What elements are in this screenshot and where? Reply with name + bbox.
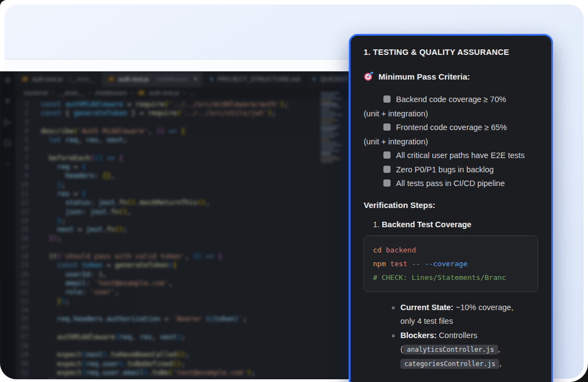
checkbox[interactable]	[383, 123, 391, 131]
code-token: {	[82, 189, 86, 198]
line-number: 3	[15, 118, 29, 127]
code-line: role: 'user',	[41, 288, 289, 296]
activity-bar[interactable]: ≡⌗▷◻◌	[0, 71, 15, 379]
tab-close-icon[interactable]: ×	[194, 75, 197, 83]
code-token: email	[123, 368, 144, 377]
breadcrumb-item[interactable]: __tests__	[58, 89, 85, 96]
code-token: 'should pass with valid token'	[61, 252, 185, 260]
code-token: const	[41, 100, 61, 108]
code-token	[41, 359, 57, 368]
line-number: 7	[15, 154, 29, 162]
code-token	[41, 297, 57, 305]
activity-icon-4[interactable]: ◌	[5, 159, 10, 168]
code-token	[214, 252, 218, 260]
activity-icon-3[interactable]: ◻	[4, 138, 11, 147]
code-token: })	[49, 377, 57, 379]
code-token: backend	[386, 246, 416, 254]
code-token: =	[103, 261, 115, 269]
code-token	[41, 207, 65, 216]
code-token: '../../src/utils/jwt'	[181, 109, 268, 117]
activity-icon-2[interactable]: ▷	[4, 117, 11, 126]
checkbox[interactable]	[383, 179, 391, 187]
minimap-line	[321, 136, 335, 138]
code-token: cd	[373, 246, 382, 254]
code-token: user	[103, 359, 119, 368]
code-line	[41, 144, 289, 153]
code-token: =>	[206, 252, 214, 260]
js-file-icon: JS	[107, 76, 115, 82]
minimap-line	[321, 153, 331, 154]
tab-auth-test-js[interactable]: JSauth.test.js...\middleware×	[101, 71, 203, 87]
code-token: req	[65, 136, 78, 144]
code-token: req	[86, 359, 99, 368]
code-token: next	[86, 350, 103, 358]
code-token: authMiddleware	[65, 100, 123, 108]
code-token: 'test@example.com'	[173, 368, 247, 377]
code-token: 'Auth Middleware'	[78, 127, 148, 135]
code-token: ,	[185, 252, 193, 260]
activity-icon-1[interactable]: ⌗	[5, 97, 10, 105]
code-line: userId: 1,	[41, 270, 289, 279]
code-token: {	[173, 261, 177, 269]
code-token	[41, 377, 49, 379]
code-token: )	[268, 109, 272, 117]
code-token: require	[135, 100, 165, 108]
tab-project-structure-md[interactable]: ▼PROJECT_STRUCTURE.md	[203, 71, 306, 87]
code-token: headers	[65, 171, 94, 179]
code-line: expect(req.user.email).toBe('test@exampl…	[41, 368, 289, 377]
code-token: =	[160, 314, 173, 323]
minimap-line	[321, 114, 343, 116]
code-token: ;	[185, 350, 189, 358]
code-token: req	[57, 314, 70, 323]
breadcrumb-item[interactable]: ...	[189, 89, 195, 96]
code-line: describe('Auth Middleware', () => {	[41, 127, 289, 136]
code-token: ;	[123, 136, 128, 144]
breadcrumb-item[interactable]: backend	[24, 89, 48, 96]
code-token: ;	[123, 225, 128, 233]
code-token: ;	[272, 109, 276, 117]
breadcrumb-item[interactable]: auth.test.js	[149, 89, 180, 96]
code-token: describe	[41, 127, 74, 135]
code-token: req	[57, 162, 70, 171]
code-token: {	[218, 252, 223, 260]
code-token: ()	[115, 225, 123, 233]
code-token: ;	[181, 359, 185, 368]
code-token: expect	[57, 359, 82, 368]
minimap[interactable]	[321, 92, 348, 164]
code-line: };	[41, 216, 289, 225]
activity-icon-0[interactable]: ≡	[5, 76, 10, 85]
js-file-icon: JS	[21, 76, 29, 82]
tab-label: auth.test.js	[118, 76, 149, 82]
code-token: ,	[98, 136, 106, 144]
code-token: ()	[127, 198, 135, 206]
checkbox[interactable]	[383, 96, 391, 103]
code-token: jest	[98, 198, 115, 206]
code-token: ,	[132, 333, 140, 341]
check-item: Zero P0/P1 bugs in backlog	[364, 163, 538, 177]
breadcrumb-item[interactable]: middleware	[95, 89, 127, 96]
panel-title: 1. TESTING & QUALITY ASSURANCE	[364, 48, 538, 57]
line-number: 21	[15, 279, 29, 288]
check-item: Backend code coverage ≥ 70% (unit + inte…	[364, 93, 538, 121]
line-number: 6	[15, 144, 29, 153]
criteria-heading-row: Minimum Pass Criteria:	[364, 71, 538, 81]
code-token: `	[239, 314, 243, 323]
code-token: ,	[148, 127, 156, 135]
checkbox[interactable]	[383, 151, 391, 159]
code-line: res = {	[41, 189, 289, 198]
code-token: res	[57, 189, 70, 198]
tab-auth-test-js[interactable]: JSauth.test.js..\__tests__	[15, 71, 101, 87]
tab-quickst[interactable]: ▼QUICKST	[306, 71, 354, 87]
line-number: 2	[15, 109, 29, 117]
code-line: req = {	[41, 162, 289, 171]
code-token	[41, 270, 65, 278]
checkbox[interactable]	[383, 166, 391, 173]
page-background: ≡⌗▷◻◌ JSauth.test.js..\__tests__JSauth.t…	[0, 0, 588, 382]
code-token: user	[103, 368, 119, 377]
line-number: 10	[15, 181, 29, 189]
code-token: :	[90, 270, 98, 278]
code-token: email	[65, 279, 86, 287]
code-token	[41, 234, 49, 242]
code-token: (	[82, 368, 86, 377]
code-line: const token = generateToken({	[41, 261, 289, 269]
